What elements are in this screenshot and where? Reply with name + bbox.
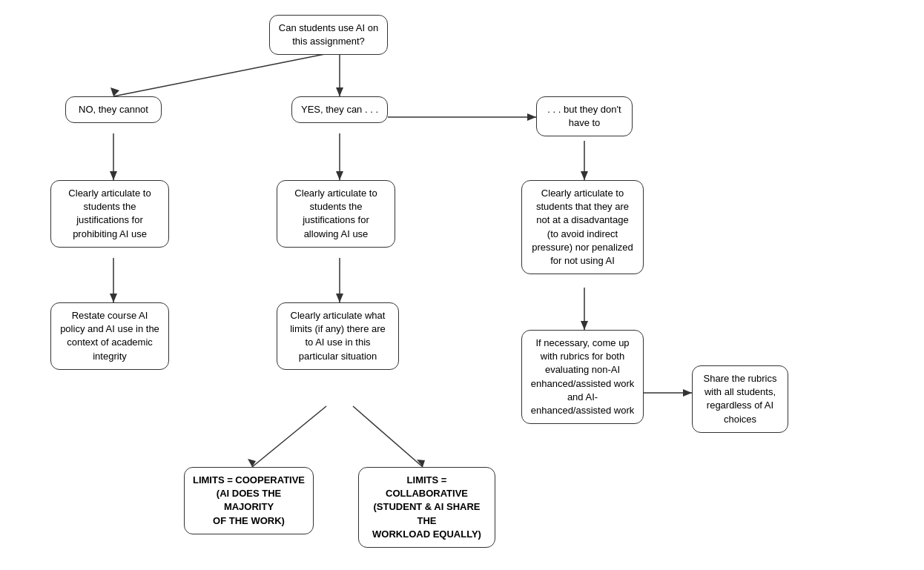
node-disadv: Clearly articulate to students that they… xyxy=(521,180,644,274)
node-but: . . . but they don't have to xyxy=(536,96,633,136)
node-collaborative-label: LIMITS = COLLABORATIVE (STUDENT & AI SHA… xyxy=(366,474,487,541)
svg-marker-21 xyxy=(248,459,256,467)
node-yes-label: YES, they can . . . xyxy=(301,103,378,116)
svg-marker-23 xyxy=(417,460,425,467)
node-share: Share the rubrics with all students, reg… xyxy=(692,365,788,433)
svg-line-22 xyxy=(353,406,423,467)
svg-marker-9 xyxy=(336,171,343,180)
node-allow: Clearly articulate to students the justi… xyxy=(277,180,395,248)
svg-line-20 xyxy=(252,406,326,467)
svg-marker-3 xyxy=(336,87,343,96)
svg-marker-17 xyxy=(581,321,588,330)
node-disadv-label: Clearly articulate to students that they… xyxy=(529,187,636,268)
node-rubrics-label: If necessary, come up with rubrics for b… xyxy=(529,337,636,417)
node-share-label: Share the rubrics with all students, reg… xyxy=(700,372,780,426)
node-rubrics: If necessary, come up with rubrics for b… xyxy=(521,330,644,424)
svg-marker-13 xyxy=(110,294,117,302)
node-yes: YES, they can . . . xyxy=(291,96,388,123)
node-but-label: . . . but they don't have to xyxy=(544,103,624,130)
node-allow-label: Clearly articulate to students the justi… xyxy=(285,187,387,241)
node-prohibit: Clearly articulate to students the justi… xyxy=(50,180,169,248)
node-no-label: NO, they cannot xyxy=(79,103,148,116)
svg-marker-1 xyxy=(110,87,119,96)
node-cooperative: LIMITS = COOPERATIVE (AI DOES THE MAJORI… xyxy=(184,467,314,534)
svg-marker-15 xyxy=(336,294,343,302)
svg-marker-11 xyxy=(581,171,588,180)
svg-marker-5 xyxy=(527,113,536,121)
svg-line-0 xyxy=(113,53,329,96)
node-top-label: Can students use AI on this assignment? xyxy=(277,21,380,48)
node-restate-label: Restate course AI policy and AI use in t… xyxy=(59,309,161,363)
node-limits: Clearly articulate what limits (if any) … xyxy=(277,302,399,370)
flowchart: Can students use AI on this assignment? … xyxy=(0,0,924,570)
node-collaborative: LIMITS = COLLABORATIVE (STUDENT & AI SHA… xyxy=(358,467,495,548)
node-prohibit-label: Clearly articulate to students the justi… xyxy=(59,187,161,241)
node-no: NO, they cannot xyxy=(65,96,162,123)
node-cooperative-label: LIMITS = COOPERATIVE (AI DOES THE MAJORI… xyxy=(192,474,306,528)
svg-marker-7 xyxy=(110,171,117,180)
svg-marker-19 xyxy=(683,389,692,397)
node-limits-label: Clearly articulate what limits (if any) … xyxy=(285,309,391,363)
node-top: Can students use AI on this assignment? xyxy=(269,15,388,55)
node-restate: Restate course AI policy and AI use in t… xyxy=(50,302,169,370)
